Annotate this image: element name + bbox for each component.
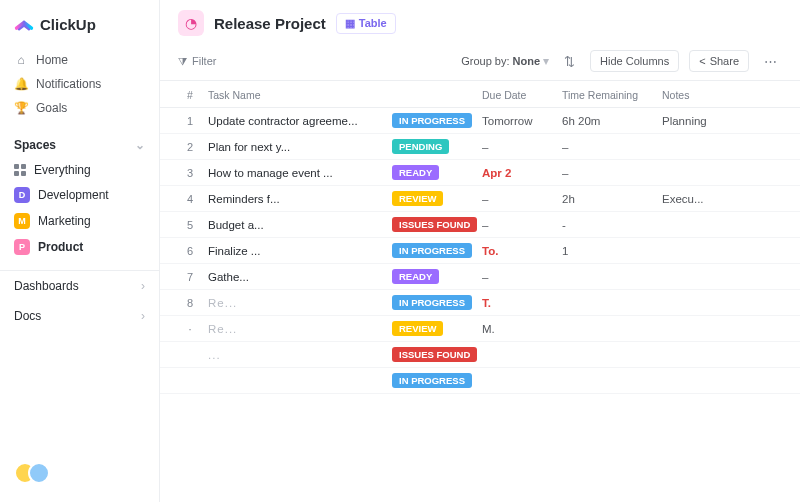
nav-home[interactable]: ⌂ Home <box>0 48 159 72</box>
task-name[interactable]: Reminders f... <box>202 193 392 205</box>
due-date[interactable]: – <box>482 271 562 283</box>
table-row[interactable]: ...ISSUES FOUND <box>160 342 800 368</box>
space-badge: P <box>14 239 30 255</box>
row-number: 8 <box>178 297 202 309</box>
chevron-down-icon: ⌄ <box>135 138 145 152</box>
task-name[interactable]: Gathe... <box>202 271 392 283</box>
col-header-status <box>392 89 482 101</box>
status-cell[interactable]: IN PROGRESS <box>392 243 482 258</box>
filter-button[interactable]: ⧩ Filter <box>178 55 216 68</box>
nav-label: Home <box>36 53 68 67</box>
view-tab-table[interactable]: ▦ Table <box>336 13 396 34</box>
due-date[interactable]: – <box>482 193 562 205</box>
filter-label: Filter <box>192 55 216 67</box>
due-date[interactable]: T. <box>482 297 562 309</box>
status-pill: ISSUES FOUND <box>392 347 477 362</box>
col-header-time[interactable]: Time Remaining <box>562 89 662 101</box>
due-date[interactable]: – <box>482 219 562 231</box>
status-cell[interactable]: PENDING <box>392 139 482 154</box>
time-remaining[interactable]: – <box>562 141 662 153</box>
notes[interactable]: Planning <box>662 115 782 127</box>
nav-label: Docs <box>14 309 41 323</box>
table-row[interactable]: 3How to manage event ...READYApr 2– <box>160 160 800 186</box>
spaces-list: EverythingDDevelopmentMMarketingPProduct <box>0 158 159 260</box>
due-date[interactable]: – <box>482 141 562 153</box>
task-name[interactable]: Finalize ... <box>202 245 392 257</box>
home-icon: ⌂ <box>14 53 28 67</box>
logo[interactable]: ClickUp <box>0 10 159 44</box>
nav-docs[interactable]: Docs › <box>0 301 159 331</box>
status-cell[interactable]: IN PROGRESS <box>392 295 482 310</box>
nav-dashboards[interactable]: Dashboards › <box>0 271 159 301</box>
table-row[interactable]: ·Re...REVIEWM. <box>160 316 800 342</box>
table-row[interactable]: 7Gathe...READY– <box>160 264 800 290</box>
due-date[interactable]: Apr 2 <box>482 167 562 179</box>
task-name[interactable]: Budget a... <box>202 219 392 231</box>
sidebar-space-item[interactable]: DDevelopment <box>0 182 159 208</box>
sidebar-space-item[interactable]: MMarketing <box>0 208 159 234</box>
nav-notifications[interactable]: 🔔 Notifications <box>0 72 159 96</box>
groupby-select[interactable]: Group by: None ▾ <box>461 54 549 68</box>
table-row[interactable]: 2Plan for next y...PENDING–– <box>160 134 800 160</box>
status-pill: ISSUES FOUND <box>392 217 477 232</box>
table-body: 1Update contractor agreeme...IN PROGRESS… <box>160 108 800 394</box>
clickup-logo-icon <box>14 14 34 34</box>
hide-columns-button[interactable]: Hide Columns <box>590 50 679 72</box>
avatar-group[interactable] <box>0 454 159 492</box>
table-row[interactable]: 1Update contractor agreeme...IN PROGRESS… <box>160 108 800 134</box>
status-pill: REVIEW <box>392 321 443 336</box>
due-date[interactable]: M. <box>482 323 562 335</box>
time-remaining[interactable]: 1 <box>562 245 662 257</box>
task-name[interactable]: How to manage event ... <box>202 167 392 179</box>
time-remaining[interactable]: 6h 20m <box>562 115 662 127</box>
table-row[interactable]: IN PROGRESS <box>160 368 800 394</box>
view-label: Table <box>359 17 387 29</box>
col-header-name[interactable]: Task Name <box>202 89 392 101</box>
col-header-due[interactable]: Due Date <box>482 89 562 101</box>
sidebar-space-item[interactable]: Everything <box>0 158 159 182</box>
status-cell[interactable]: ISSUES FOUND <box>392 347 482 362</box>
table-row[interactable]: 8Re...IN PROGRESST. <box>160 290 800 316</box>
space-label: Product <box>38 240 83 254</box>
task-name[interactable]: Update contractor agreeme... <box>202 115 392 127</box>
time-remaining[interactable]: – <box>562 167 662 179</box>
status-cell[interactable]: ISSUES FOUND <box>392 217 482 232</box>
status-pill: READY <box>392 165 439 180</box>
status-cell[interactable]: READY <box>392 269 482 284</box>
col-header-num[interactable]: # <box>178 89 202 101</box>
sidebar-space-item[interactable]: PProduct <box>0 234 159 260</box>
table-row[interactable]: 4Reminders f...REVIEW–2hExecu... <box>160 186 800 212</box>
trophy-icon: 🏆 <box>14 101 28 115</box>
status-cell[interactable]: READY <box>392 165 482 180</box>
due-date[interactable]: To. <box>482 245 562 257</box>
sort-button[interactable]: ⇅ <box>559 51 580 72</box>
filter-icon: ⧩ <box>178 55 187 68</box>
status-pill: PENDING <box>392 139 449 154</box>
pill-label: Share <box>710 55 739 67</box>
space-badge: D <box>14 187 30 203</box>
avatar[interactable] <box>28 462 50 484</box>
table-row[interactable]: 6Finalize ...IN PROGRESSTo.1 <box>160 238 800 264</box>
time-remaining[interactable]: 2h <box>562 193 662 205</box>
more-icon: ⋯ <box>764 54 777 69</box>
task-name[interactable]: Re... <box>202 297 392 309</box>
share-button[interactable]: < Share <box>689 50 749 72</box>
notes[interactable]: Execu... <box>662 193 782 205</box>
time-remaining[interactable]: - <box>562 219 662 231</box>
task-name[interactable]: Re... <box>202 323 392 335</box>
status-pill: REVIEW <box>392 191 443 206</box>
status-cell[interactable]: REVIEW <box>392 191 482 206</box>
status-cell[interactable]: IN PROGRESS <box>392 113 482 128</box>
status-cell[interactable]: IN PROGRESS <box>392 373 482 388</box>
due-date[interactable]: Tomorrow <box>482 115 562 127</box>
nav-goals[interactable]: 🏆 Goals <box>0 96 159 120</box>
status-pill: IN PROGRESS <box>392 113 472 128</box>
table-header: # Task Name Due Date Time Remaining Note… <box>160 81 800 108</box>
more-button[interactable]: ⋯ <box>759 51 782 72</box>
spaces-header[interactable]: Spaces ⌄ <box>0 124 159 158</box>
task-name[interactable]: Plan for next y... <box>202 141 392 153</box>
col-header-notes[interactable]: Notes <box>662 89 782 101</box>
task-name[interactable]: ... <box>202 349 392 361</box>
status-cell[interactable]: REVIEW <box>392 321 482 336</box>
table-row[interactable]: 5Budget a...ISSUES FOUND–- <box>160 212 800 238</box>
